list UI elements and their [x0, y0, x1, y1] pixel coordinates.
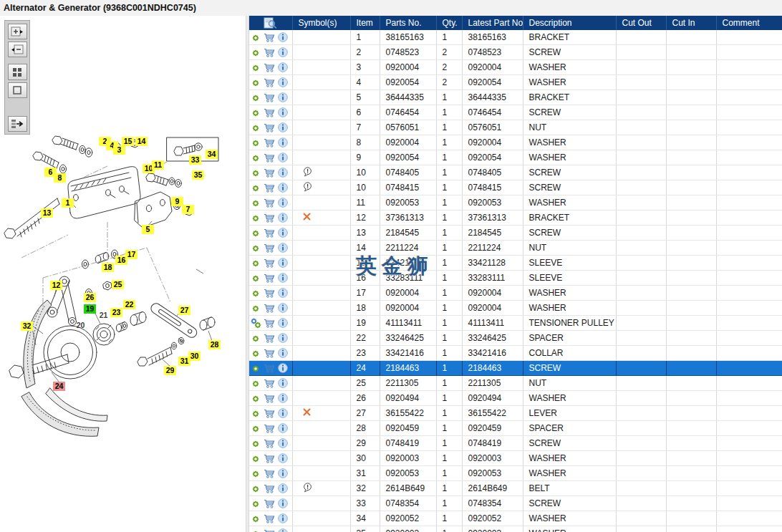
info-icon[interactable] [278, 528, 288, 532]
diagram-label-18[interactable]: 18 [102, 263, 114, 272]
table-row[interactable]: 2 0748523 2 0748523 SCREW [249, 45, 782, 60]
table-row[interactable]: 33 0748354 1 0748354 SCREW [249, 496, 782, 511]
info-icon[interactable] [278, 378, 288, 388]
info-icon[interactable] [278, 107, 288, 117]
add-to-cart-icon[interactable] [264, 138, 275, 147]
add-to-cart-icon[interactable] [264, 274, 275, 283]
table-row[interactable]: 18 0920004 1 0920004 WASHER [249, 301, 782, 316]
table-row[interactable]: 10 0748415 1 0748415 SCREW [249, 180, 782, 195]
configure-gear-icon[interactable] [251, 168, 261, 178]
info-icon[interactable] [278, 213, 288, 223]
configure-gear-icon[interactable] [251, 423, 261, 433]
configure-gear-icon[interactable] [251, 198, 261, 208]
table-row[interactable]: 17 0920004 1 0920004 WASHER [249, 286, 782, 301]
add-to-cart-icon[interactable] [264, 409, 275, 418]
configure-gear-icon[interactable] [251, 363, 261, 373]
table-row[interactable]: 31 0920053 1 0920053 WASHER [249, 466, 782, 481]
configure-gear-icon[interactable] [251, 348, 261, 358]
configure-gear-icon[interactable] [251, 243, 261, 253]
configure-gear-icon[interactable] [251, 273, 261, 283]
table-row[interactable]: 26 0920494 1 0920494 WASHER [249, 391, 782, 406]
zoom-in-button[interactable] [8, 24, 27, 39]
table-row[interactable]: 28 0920459 1 0920459 SPACER [249, 421, 782, 436]
add-to-cart-icon[interactable] [264, 93, 275, 102]
table-row[interactable]: 1 38165163 1 38165163 BRACKET [249, 30, 782, 45]
configure-gear-icon[interactable] [251, 258, 261, 268]
diagram-label-8[interactable]: 8 [54, 173, 66, 183]
diagram-label-33[interactable]: 33 [189, 155, 201, 165]
table-row[interactable]: 32 2614B649 1 2614B649 BELT [249, 481, 782, 496]
info-icon[interactable] [278, 363, 288, 373]
table-row[interactable]: 10 0748405 1 0748405 SCREW [249, 165, 782, 180]
table-row[interactable]: 13 2184545 1 2184545 SCREW [249, 226, 782, 241]
add-to-cart-icon[interactable] [264, 168, 275, 178]
info-icon[interactable] [278, 408, 288, 418]
info-icon[interactable] [278, 348, 288, 358]
diagram-label-15[interactable]: 15 [122, 137, 134, 146]
table-row[interactable]: 15 33421128 1 33421128 SLEEVE [249, 256, 782, 271]
configure-gear-icon[interactable] [251, 318, 261, 328]
add-to-cart-icon[interactable] [264, 364, 275, 373]
info-icon[interactable] [278, 423, 288, 433]
configure-gear-icon[interactable] [251, 513, 261, 523]
configure-gear-icon[interactable] [251, 47, 261, 57]
configure-gear-icon[interactable] [251, 122, 261, 132]
table-row[interactable]: 3 0920004 2 0920004 WASHER [249, 60, 782, 75]
add-to-cart-icon[interactable] [264, 394, 275, 403]
diagram-label-27[interactable]: 27 [178, 306, 190, 315]
table-row[interactable]: 35 0920003 1 0920003 WASHER [249, 526, 782, 532]
table-row[interactable]: 8 0920004 1 0920004 WASHER [249, 135, 782, 150]
configure-gear-icon[interactable] [251, 333, 261, 343]
add-to-cart-icon[interactable] [264, 529, 275, 532]
diagram-label-34[interactable]: 34 [206, 150, 218, 159]
diagram-label-14[interactable]: 14 [135, 137, 148, 146]
tile-views-button[interactable] [8, 64, 27, 79]
diagram-label-1[interactable]: 1 [62, 198, 74, 208]
diagram-label-25[interactable]: 25 [112, 280, 124, 289]
info-icon[interactable] [278, 228, 288, 238]
table-row[interactable]: 34 0920052 1 0920052 WASHER [249, 511, 782, 526]
info-icon[interactable] [278, 122, 288, 132]
configure-gear-icon[interactable] [251, 498, 261, 508]
diagram-label-31[interactable]: 31 [178, 357, 190, 366]
add-to-cart-icon[interactable] [264, 243, 275, 253]
table-row[interactable]: 29 0748419 1 0748419 SCREW [249, 436, 782, 451]
info-icon[interactable] [278, 453, 288, 463]
diagram-label-23[interactable]: 23 [110, 308, 122, 317]
configure-gear-icon[interactable] [251, 483, 261, 493]
add-to-cart-icon[interactable] [264, 379, 275, 388]
add-to-cart-icon[interactable] [264, 63, 275, 72]
add-to-cart-icon[interactable] [264, 33, 275, 42]
configure-gear-icon[interactable] [251, 393, 261, 403]
table-row[interactable]: 7 0576051 1 0576051 NUT [249, 120, 782, 135]
table-row[interactable]: 6 0746454 1 0746454 SCREW [249, 105, 782, 120]
configure-gear-icon[interactable] [251, 468, 261, 478]
table-row[interactable]: 23 33421416 1 33421416 COLLAR [249, 346, 782, 361]
configure-gear-icon[interactable] [251, 528, 261, 532]
info-icon[interactable] [278, 243, 288, 253]
add-to-cart-icon[interactable] [264, 439, 275, 448]
add-to-cart-icon[interactable] [264, 228, 275, 238]
diagram-label-26[interactable]: 26 [84, 293, 96, 302]
configure-gear-icon[interactable] [251, 62, 261, 72]
add-to-cart-icon[interactable] [264, 48, 275, 57]
configure-gear-icon[interactable] [251, 153, 261, 163]
info-icon[interactable] [278, 92, 288, 102]
table-row[interactable]: 16 33283111 1 33283111 SLEEVE [249, 271, 782, 286]
configure-gear-icon[interactable] [251, 303, 261, 313]
table-row[interactable]: 9 0920054 1 0920054 WASHER [249, 150, 782, 165]
add-to-cart-icon[interactable] [264, 454, 275, 463]
info-icon[interactable] [278, 47, 288, 57]
configure-gear-icon[interactable] [251, 453, 261, 463]
add-to-cart-icon[interactable] [264, 213, 275, 223]
add-to-cart-icon[interactable] [264, 153, 275, 163]
info-icon[interactable] [278, 62, 288, 72]
diagram-label-28[interactable]: 28 [208, 340, 221, 349]
configure-gear-icon[interactable] [251, 92, 261, 102]
table-row[interactable]: 4 0920054 2 0920054 WASHER [249, 75, 782, 90]
info-icon[interactable] [278, 198, 288, 208]
table-row[interactable]: 19 41113411 1 41113411 TENSIONER PULLEY [249, 316, 782, 331]
configure-gear-icon[interactable] [251, 107, 261, 117]
configure-gear-icon[interactable] [251, 378, 261, 388]
info-icon[interactable] [278, 483, 288, 493]
